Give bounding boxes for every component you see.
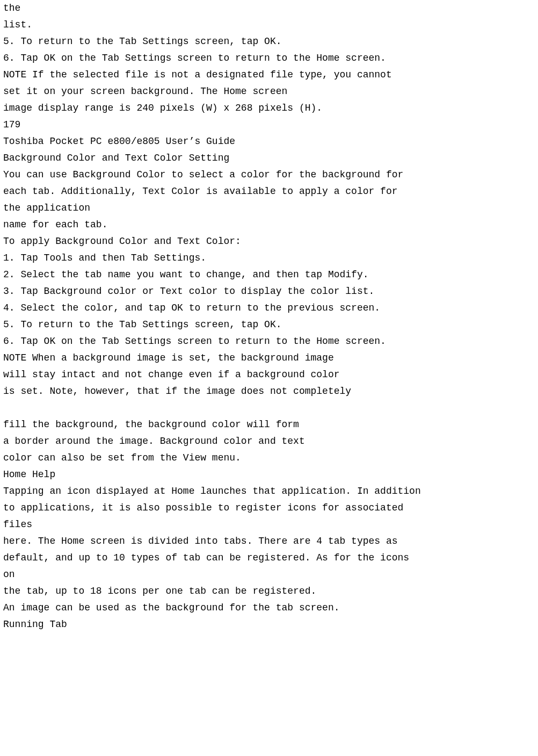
text-line: the [3, 0, 535, 17]
text-line: to applications, it is also possible to … [3, 500, 535, 516]
section-heading: Home Help [3, 466, 535, 483]
text-line: color can also be set from the View menu… [3, 450, 535, 466]
text-line: You can use Background Color to select a… [3, 167, 535, 183]
text-line: Tapping an icon displayed at Home launch… [3, 483, 535, 500]
list-item: 3. Tap Background color or Text color to… [3, 283, 535, 300]
text-line: a border around the image. Background co… [3, 433, 535, 450]
blank-line [3, 400, 535, 416]
text-line: 6. Tap OK on the Tab Settings screen to … [3, 50, 535, 67]
text-line: the tab, up to 18 icons per one tab can … [3, 583, 535, 600]
text-line: files [3, 516, 535, 533]
text-line: An image can be used as the background f… [3, 600, 535, 616]
text-line: on [3, 566, 535, 583]
document-title: Toshiba Pocket PC e800/e805 User’s Guide [3, 133, 535, 150]
text-line: name for each tab. [3, 217, 535, 233]
text-line: 5. To return to the Tab Settings screen,… [3, 33, 535, 50]
section-heading: Background Color and Text Color Setting [3, 150, 535, 167]
text-line: each tab. Additionally, Text Color is av… [3, 183, 535, 200]
text-line: fill the background, the background colo… [3, 416, 535, 433]
text-line: NOTE When a background image is set, the… [3, 350, 535, 366]
list-item: 6. Tap OK on the Tab Settings screen to … [3, 333, 535, 350]
text-line: will stay intact and not change even if … [3, 366, 535, 383]
document-page: the list. 5. To return to the Tab Settin… [0, 0, 538, 633]
section-heading: Running Tab [3, 616, 535, 633]
text-line: list. [3, 17, 535, 33]
text-line: To apply Background Color and Text Color… [3, 233, 535, 250]
text-line: here. The Home screen is divided into ta… [3, 533, 535, 550]
page-number: 179 [3, 117, 535, 133]
text-line: is set. Note, however, that if the image… [3, 383, 535, 400]
list-item: 2. Select the tab name you want to chang… [3, 267, 535, 283]
text-line: image display range is 240 pixels (W) x … [3, 100, 535, 117]
list-item: 1. Tap Tools and then Tab Settings. [3, 250, 535, 267]
list-item: 5. To return to the Tab Settings screen,… [3, 316, 535, 333]
text-line: default, and up to 10 types of tab can b… [3, 550, 535, 566]
list-item: 4. Select the color, and tap OK to retur… [3, 300, 535, 316]
text-line: NOTE If the selected file is not a desig… [3, 67, 535, 83]
text-line: set it on your screen background. The Ho… [3, 83, 535, 100]
text-line: the application [3, 200, 535, 217]
